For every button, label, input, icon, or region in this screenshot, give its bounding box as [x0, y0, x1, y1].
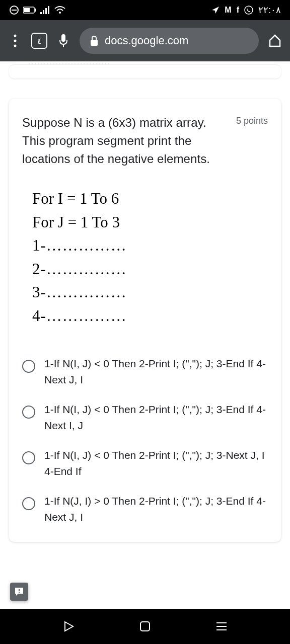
signal-icon	[40, 6, 50, 14]
option-2[interactable]: 1-If N(I, J) < 0 Then 2-Print I; (","); …	[22, 394, 268, 440]
wifi-icon	[54, 6, 65, 15]
svg-rect-8	[48, 6, 49, 14]
previous-card-edge	[9, 64, 281, 78]
radio-icon	[22, 451, 35, 464]
code-fill-2: 2-……………	[32, 258, 268, 281]
svg-point-9	[59, 12, 61, 14]
code-fill-4: 4-……………	[32, 304, 268, 328]
form-content: Suppose N is a (6x3) matrix array. This …	[0, 61, 290, 609]
lock-icon	[90, 35, 99, 46]
location-icon	[211, 6, 220, 14]
status-left	[9, 5, 65, 15]
home-nav-button[interactable]	[135, 616, 155, 636]
url-bar[interactable]: docs.google.com	[80, 28, 259, 54]
options-group: 1-If N(I, J) < 0 Then 2-Print I; (","); …	[22, 349, 268, 532]
svg-rect-18	[19, 592, 20, 593]
tab-switcher[interactable]: ٤	[31, 33, 47, 49]
mic-button[interactable]	[54, 32, 72, 50]
code-line-1: For I = 1 To 6	[32, 187, 268, 211]
svg-rect-16	[91, 40, 98, 46]
svg-rect-4	[24, 8, 30, 12]
url-text: docs.google.com	[105, 34, 249, 47]
svg-rect-5	[40, 12, 42, 14]
code-fill-3: 3-……………	[32, 281, 268, 304]
chrome-toolbar: ٤ docs.google.com	[0, 20, 290, 61]
question-card: Suppose N is a (6x3) matrix array. This …	[9, 99, 281, 542]
facebook-icon: f	[237, 6, 239, 15]
option-text: 1-If N(J, I) > 0 Then 2-Print I; (","); …	[44, 493, 268, 525]
option-text: 1-If N(I, J) < 0 Then 2-Print I; (","); …	[44, 401, 268, 433]
battery-icon	[23, 7, 36, 14]
recents-button[interactable]	[211, 616, 232, 636]
option-3[interactable]: 1-If N(I, J) < 0 Then 2-Print I; (","); …	[22, 440, 268, 486]
svg-rect-14	[61, 34, 65, 42]
question-text: Suppose N is a (6x3) matrix array. This …	[22, 114, 226, 168]
back-button[interactable]	[58, 616, 79, 636]
android-status-bar: M f ٢٢:٠٨	[0, 0, 290, 20]
tab-count-label: ٤	[37, 36, 42, 46]
svg-rect-6	[43, 10, 44, 14]
code-block: For I = 1 To 6 For J = 1 To 3 1-…………… 2-…	[22, 187, 268, 328]
question-header: Suppose N is a (6x3) matrix array. This …	[22, 114, 268, 168]
status-right: M f ٢٢:٠٨	[211, 5, 281, 16]
svg-point-10	[245, 6, 253, 14]
menu-button[interactable]	[6, 32, 24, 50]
option-1[interactable]: 1-If N(I, J) < 0 Then 2-Print I; (","); …	[22, 349, 268, 394]
option-text: 1-If N(I, J) < 0 Then 2-Print I; (","); …	[44, 356, 268, 387]
option-4[interactable]: 1-If N(J, I) > 0 Then 2-Print I; (","); …	[22, 486, 268, 532]
svg-point-11	[14, 35, 17, 37]
svg-rect-3	[35, 9, 36, 12]
svg-rect-17	[19, 589, 20, 591]
whatsapp-icon	[244, 6, 253, 15]
svg-point-13	[14, 45, 17, 47]
code-fill-1: 1-……………	[32, 234, 268, 258]
question-points: 5 points	[236, 116, 268, 126]
radio-icon	[22, 360, 35, 373]
radio-icon	[22, 497, 35, 510]
clock-time: ٢٢:٠٨	[258, 5, 281, 16]
svg-rect-7	[45, 8, 47, 14]
code-line-2: For J = 1 To 3	[32, 211, 268, 234]
svg-rect-19	[140, 622, 150, 631]
m-icon: M	[225, 6, 231, 15]
do-not-disturb-icon	[9, 5, 19, 15]
android-nav-bar	[0, 609, 290, 644]
radio-icon	[22, 406, 35, 419]
option-text: 1-If N(I, J) < 0 Then 2-Print I; (","); …	[44, 447, 268, 479]
svg-point-12	[14, 40, 17, 42]
home-button[interactable]	[266, 32, 284, 50]
feedback-button[interactable]	[10, 583, 28, 601]
